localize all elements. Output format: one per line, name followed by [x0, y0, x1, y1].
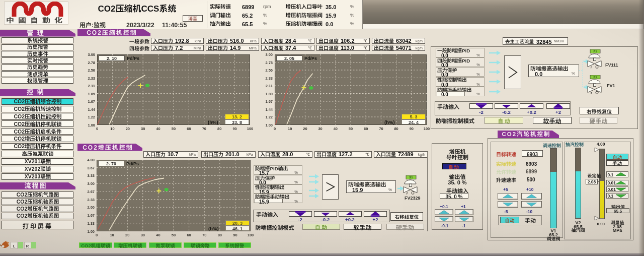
- svg-text:F: F: [591, 91, 592, 95]
- svg-text:F1: F1: [593, 75, 597, 79]
- svg-text:F: F: [591, 66, 592, 69]
- svg-text:F1: F1: [593, 49, 597, 53]
- svg-text:S1: S1: [409, 175, 413, 179]
